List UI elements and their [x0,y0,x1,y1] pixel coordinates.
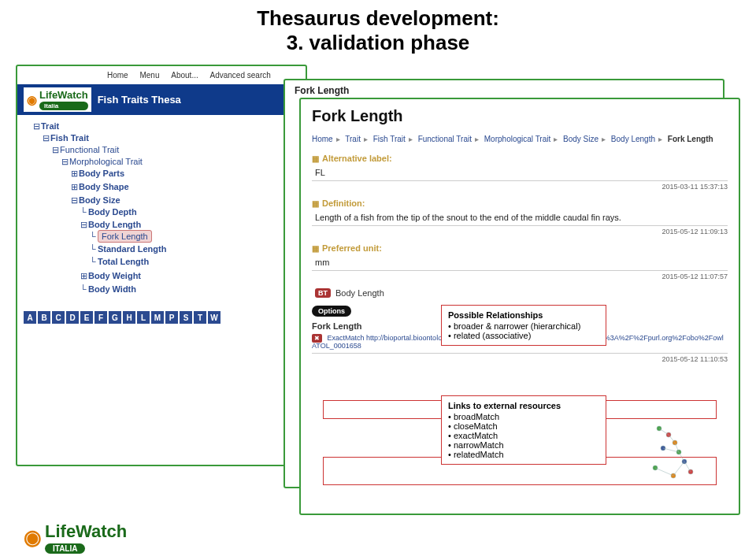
tree-standard-length[interactable]: └Standard Length [90,243,299,255]
tree-body-parts[interactable]: ⊞Body Parts [71,167,299,180]
callout1-header: Possible Relationships [448,310,599,320]
alt-label-value: FL [315,168,728,177]
slide-title: Thesaurus development: 3. validation pha… [0,0,756,58]
crumb-home[interactable]: Home [312,135,333,143]
unit-header: Preferred unit: [312,243,728,253]
footer-logo: ◉ LifeWatch ITALIA [24,521,127,554]
title-line-2: 3. validation phase [0,31,756,55]
tree-total-length[interactable]: └Total Length [90,255,299,268]
callout1-item-1: broader & narrower (hierarchical) [448,321,599,331]
tree-trait[interactable]: ⊟Trait ⊟Fish Trait ⊟Functional Trait ⊟Mo… [33,120,299,303]
tree-body-depth[interactable]: └Body Depth [80,206,299,218]
alpha-index: A B C D E F G H L M P S T W [24,311,299,324]
eye-icon: ◉ [24,525,42,550]
alpha-d[interactable]: D [66,311,79,324]
crumb-morph[interactable]: Morphological Trait [484,135,550,143]
bt-badge: BT [315,288,331,298]
tree-morph[interactable]: ⊟Morphological Trait ⊞Body Parts ⊞Body S… [61,155,299,299]
footer-logo-text: LifeWatch [45,521,127,541]
unit-value: mm [315,258,728,267]
definition-value: Length of a fish from the tip of the sno… [315,213,728,222]
callout1-item-2: related (associative) [448,331,599,340]
exactmatch-timestamp: 2015-05-12 11:10:53 [312,353,728,363]
crumb-fish-trait[interactable]: Fish Trait [373,135,406,143]
nav-menu[interactable]: Menu [139,71,159,80]
unit-timestamp: 2015-05-12 11:07:57 [312,270,728,280]
tree-body-weight[interactable]: ⊞Body Weight [80,269,299,283]
eye-icon: ◉ [27,93,37,107]
trait-tree: ⊟Trait ⊟Fish Trait ⊟Functional Trait ⊟Mo… [24,120,299,303]
exactmatch-label: ExactMatch [328,334,365,342]
crumb-size[interactable]: Body Size [563,135,598,143]
callout2-item-4: narrowMatch [448,440,599,450]
alpha-m[interactable]: M [151,311,164,324]
definition-header: Definition: [312,198,728,208]
app-title: Fish Traits Thesa [98,94,181,106]
detail-heading: Fork Length [312,107,728,125]
crumb-functional[interactable]: Functional Trait [418,135,472,143]
callout2-item-5: relatedMatch [448,450,599,459]
options-button[interactable]: Options [312,306,351,317]
screenshot-stack: Home Menu About... Advanced search ◉ Lif… [16,65,740,506]
alpha-t[interactable]: T [194,311,206,324]
crumb-fork: Fork Length [668,135,713,143]
alpha-s[interactable]: S [180,311,192,324]
breadcrumb: Home▸ Trait▸ Fish Trait▸ Functional Trai… [312,133,728,146]
lifewatch-logo: ◉ LifeWatch Italia [24,87,91,112]
callout2-item-1: broadMatch [448,412,599,421]
alt-label-timestamp: 2015-03-11 15:37:13 [312,180,728,191]
alpha-c[interactable]: C [52,311,65,324]
callout2-item-2: closeMatch [448,421,599,431]
alpha-w[interactable]: W [208,311,220,324]
alpha-p[interactable]: P [165,311,178,324]
alpha-b[interactable]: B [38,311,50,324]
tree-body-length[interactable]: ⊟Body Length └Fork Length └Standard Leng… [80,218,299,269]
alpha-g[interactable]: G [109,311,121,324]
nav-about[interactable]: About... [171,71,198,80]
nav-panel: Home Menu About... Advanced search ◉ Lif… [16,65,307,466]
tree-body-width[interactable]: └Body Width [80,283,299,295]
callout-external: Links to external resources broadMatch c… [441,395,606,465]
tree-fork-length[interactable]: └Fork Length [90,230,299,243]
title-line-1: Thesaurus development: [0,6,756,31]
callout2-item-3: exactMatch [448,431,599,440]
footer-logo-tag: ITALIA [45,543,85,554]
callout-relationships: Possible Relationships broader & narrowe… [441,305,606,346]
alpha-f[interactable]: F [94,311,107,324]
tree-functional[interactable]: ⊟Functional Trait ⊟Morphological Trait ⊞… [52,143,299,300]
header-bar: ◉ LifeWatch Italia Fish Traits Thesa [17,84,306,115]
tree-body-size[interactable]: ⊟Body Size └Body Depth ⊟Body Length └For… [71,194,299,297]
italy-map-icon [632,413,718,491]
nav-advanced[interactable]: Advanced search [210,71,271,80]
alpha-e[interactable]: E [80,311,93,324]
callout2-header: Links to external resources [448,401,599,410]
nav-home[interactable]: Home [107,71,128,80]
back-heading: Fork Length [295,85,718,96]
tree-fish-trait[interactable]: ⊟Fish Trait ⊟Functional Trait ⊟Morpholog… [43,132,299,302]
tree-body-shape[interactable]: ⊞Body Shape [71,180,299,194]
crumb-length[interactable]: Body Length [611,135,655,143]
logo-text: LifeWatch [39,89,88,101]
alt-label-header: Alternative label: [312,154,728,163]
alpha-l[interactable]: L [137,311,150,324]
alpha-h[interactable]: H [123,311,135,324]
definition-timestamp: 2015-05-12 11:09:13 [312,225,728,235]
logo-tag: Italia [39,102,88,110]
alpha-a[interactable]: A [24,311,36,324]
crumb-trait[interactable]: Trait [345,135,361,143]
bt-value[interactable]: Body Length [335,288,384,298]
top-nav: Home Menu About... Advanced search [102,71,299,80]
broader-term-row: BT Body Length [315,288,728,298]
